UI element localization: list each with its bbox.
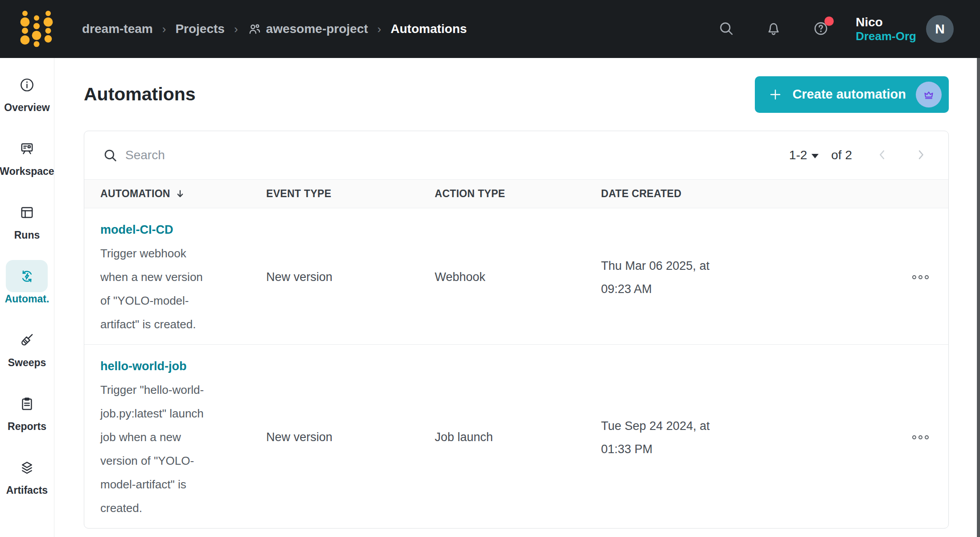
page-total-label: of 2 [831, 148, 852, 162]
sidebar-item-artifacts[interactable]: Artifacts [6, 451, 48, 496]
crown-icon [922, 87, 936, 102]
column-header-event-type: EVENT TYPE [266, 188, 435, 200]
next-page-button[interactable] [913, 147, 929, 163]
action-type-cell: Webhook [435, 270, 601, 284]
sidebar-item-label: Overview [4, 102, 49, 114]
breadcrumb-current-page: Automations [391, 22, 467, 36]
automation-name-link[interactable]: model-CI-CD [100, 218, 266, 242]
team-icon [247, 22, 262, 36]
sidebar-item-label: Sweeps [8, 357, 46, 369]
scrollbar[interactable] [977, 58, 980, 537]
user-block: Nico Dream-Org [856, 15, 916, 44]
sidebar: Overview Workspace Runs [0, 58, 54, 537]
chevron-right-icon [914, 148, 927, 161]
sidebar-item-workspace[interactable]: Workspace [0, 132, 54, 178]
breadcrumb-separator: › [234, 22, 238, 36]
breadcrumb-projects[interactable]: Projects [175, 22, 225, 36]
breadcrumb-project-label: awesome-project [266, 22, 368, 36]
chevron-left-icon [876, 148, 889, 161]
page-range-label: 1-2 [789, 148, 807, 162]
search-input[interactable] [125, 148, 789, 162]
page-range-dropdown[interactable]: 1-2 [789, 148, 819, 162]
layers-icon [6, 451, 48, 483]
avatar[interactable]: N [926, 15, 954, 43]
search-icon [718, 21, 734, 37]
sidebar-item-reports[interactable]: Reports [6, 388, 48, 433]
sidebar-item-overview[interactable]: Overview [4, 69, 49, 114]
automations-card: 1-2 of 2 AUTOMAT [84, 131, 949, 529]
main-content: Automations Create automation [54, 58, 980, 537]
breadcrumb-separator: › [377, 22, 381, 36]
breadcrumb-team[interactable]: dream-team [82, 22, 153, 36]
topbar-actions: Nico Dream-Org N [688, 15, 954, 44]
sidebar-item-label: Runs [14, 229, 40, 241]
column-header-label: AUTOMATION [100, 188, 170, 200]
breadcrumb-project[interactable]: awesome-project [247, 22, 368, 36]
sidebar-item-label: Workspace [0, 165, 54, 178]
automations-icon [6, 260, 48, 292]
sidebar-item-runs[interactable]: Runs [6, 196, 48, 241]
date-created-cell: Thu Mar 06 2025, at 09:23 AM [601, 254, 892, 301]
plus-icon [768, 87, 782, 102]
row-menu-ellipsis-icon[interactable] [892, 275, 948, 279]
breadcrumb-separator: › [162, 22, 166, 36]
sidebar-item-automations[interactable]: Automat. [5, 260, 49, 305]
broom-icon [6, 324, 48, 356]
create-automation-button[interactable]: Create automation [755, 76, 949, 113]
sidebar-item-label: Automat. [5, 293, 49, 305]
table-header-row: AUTOMATION EVENT TYPE ACTION TYPE DATE C… [84, 179, 948, 208]
table-row: hello-world-job Trigger "hello-world- jo… [84, 344, 948, 528]
event-type-cell: New version [266, 270, 435, 284]
topbar: dream-team › Projects › awesome-project … [0, 0, 980, 58]
info-icon [6, 69, 48, 101]
table-toolbar: 1-2 of 2 [84, 131, 948, 179]
user-name: Nico [856, 15, 883, 30]
event-type-cell: New version [266, 430, 435, 444]
column-header-date-created: DATE CREATED [601, 188, 892, 200]
breadcrumb: dream-team › Projects › awesome-project … [82, 22, 467, 36]
help-button[interactable] [812, 20, 830, 38]
automation-description: Trigger "hello-world- job.py:latest" lau… [100, 378, 266, 520]
sidebar-item-label: Artifacts [6, 484, 48, 496]
sidebar-item-label: Reports [8, 421, 46, 433]
date-created-cell: Tue Sep 24 2024, at 01:33 PM [601, 414, 892, 461]
notifications-button[interactable] [765, 20, 782, 38]
chevron-down-icon [811, 154, 819, 158]
row-menu-ellipsis-icon[interactable] [892, 435, 948, 439]
table-row: model-CI-CD Trigger webhook when a new v… [84, 208, 948, 344]
notification-dot [824, 17, 834, 26]
automation-description: Trigger webhook when a new version of "Y… [100, 242, 266, 336]
wandb-logo-icon[interactable] [19, 6, 54, 52]
user-org-link[interactable]: Dream-Org [856, 29, 916, 43]
runs-table-icon [6, 196, 48, 228]
premium-badge [916, 82, 942, 107]
automation-name-link[interactable]: hello-world-job [100, 355, 266, 378]
page-title: Automations [84, 84, 196, 105]
previous-page-button[interactable] [874, 147, 890, 163]
search-icon [103, 148, 118, 163]
pagination: 1-2 of 2 [789, 147, 929, 163]
workspace-icon [6, 132, 48, 165]
sort-descending-icon [175, 189, 185, 199]
search-button[interactable] [717, 20, 735, 38]
bell-icon [766, 21, 782, 37]
create-automation-label: Create automation [792, 87, 906, 102]
clipboard-icon [6, 388, 48, 420]
action-type-cell: Job launch [435, 430, 601, 444]
column-header-action-type: ACTION TYPE [435, 188, 601, 200]
column-header-automation[interactable]: AUTOMATION [84, 188, 266, 200]
sidebar-item-sweeps[interactable]: Sweeps [6, 324, 48, 369]
